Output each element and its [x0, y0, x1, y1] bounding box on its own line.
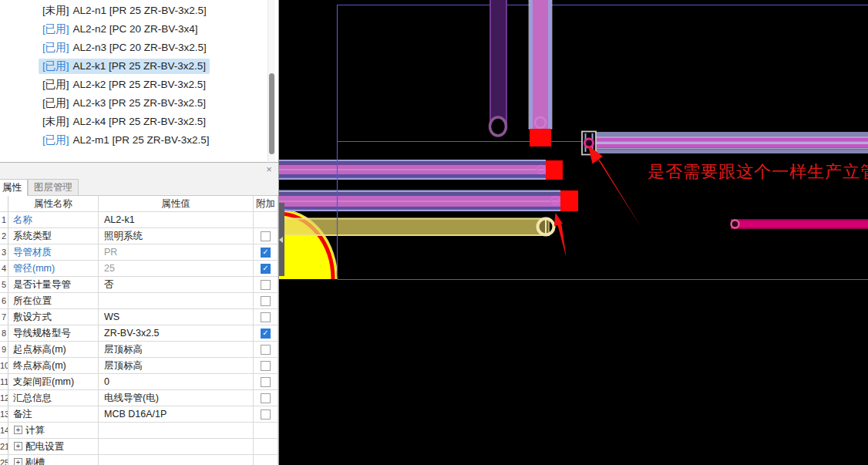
endpoint-marker-a[interactable] — [546, 160, 563, 180]
usage-status-badge: [已用] — [42, 79, 69, 90]
table-row: 11 + 支架间距(mm) 0 — [0, 374, 278, 390]
attach-checkbox[interactable] — [261, 361, 271, 371]
usage-status-badge: [未用] — [42, 116, 69, 127]
conduit-label: AL2-n1 [PR 25 ZR-BV-3x2.5] — [73, 5, 207, 16]
conduit-label: AL2-k1 [PR 25 ZR-BV-3x2.5] — [73, 60, 207, 72]
list-scrollbar-thumb[interactable] — [269, 73, 274, 154]
property-value-cell[interactable]: 0 — [99, 374, 254, 389]
property-name-cell: + 管径(mm) — [8, 261, 99, 276]
property-value-cell[interactable]: 25 — [99, 261, 254, 276]
annotation-arrow-short — [554, 213, 567, 258]
property-value-cell[interactable] — [99, 439, 254, 454]
usage-status-badge: [已用] — [42, 97, 69, 109]
riser-end-ring — [490, 117, 506, 136]
property-value-cell[interactable]: MCB D16A/1P — [99, 406, 254, 422]
list-item[interactable]: [已用]AL2-n2 [PC 20 ZR-BV-3x4] — [0, 20, 278, 39]
conduit-horizontal-b[interactable] — [279, 190, 560, 212]
attach-checkbox[interactable] — [261, 393, 271, 403]
attach-checkbox[interactable] — [261, 296, 271, 306]
conduit-label: AL2-n3 [PC 20 ZR-BV-3x2.5] — [73, 42, 207, 53]
column-header-value: 属性值 — [99, 196, 254, 211]
property-value-cell[interactable]: PR — [99, 244, 254, 260]
property-value-cell[interactable] — [99, 455, 254, 465]
row-number: 3 — [0, 244, 8, 260]
property-name-cell: + 敷设方式 — [8, 309, 99, 325]
riser-dark-purple[interactable] — [490, 0, 507, 136]
property-value-cell[interactable]: 层顶标高 — [99, 342, 254, 357]
property-name-cell: + 汇总信息 — [8, 390, 99, 406]
tab-layer-management[interactable]: 图层管理 — [28, 179, 79, 195]
list-item[interactable]: [未用]AL2-k4 [PR 25 ZR-BV-3x2.5] — [0, 113, 278, 131]
property-value-cell[interactable]: 否 — [99, 277, 254, 292]
property-value-cell[interactable] — [99, 293, 254, 308]
row-number: 4 — [0, 261, 8, 276]
riser-bright[interactable] — [529, 0, 552, 129]
conduit-horizontal-a[interactable] — [279, 160, 546, 180]
tab-properties[interactable]: 属性 — [0, 179, 28, 196]
property-value-cell[interactable]: 电线导管(电) — [99, 390, 254, 406]
usage-status-badge: [已用] — [42, 134, 69, 146]
column-header-name: 属性名称 — [8, 196, 99, 211]
attach-checkbox[interactable] — [261, 377, 271, 387]
cad-drawing — [279, 0, 868, 465]
list-item[interactable]: [已用]AL2-m1 [PR 25 ZR-BV-3x2.5] — [0, 131, 278, 150]
list-item[interactable]: [已用]AL2-n3 [PC 20 ZR-BV-3x2.5] — [0, 39, 278, 57]
list-scrollbar[interactable] — [267, 0, 275, 161]
endpoint-marker-b[interactable] — [560, 190, 578, 211]
property-name-cell: + 系统类型 — [8, 228, 99, 244]
attach-checkbox[interactable] — [261, 280, 271, 290]
list-item[interactable]: [已用]AL2-k3 [PR 25 ZR-BV-3x2.5] — [0, 94, 278, 113]
table-row: 2 + 系统类型 照明系统 — [0, 228, 278, 244]
row-number: 1 — [0, 212, 8, 227]
property-value-cell[interactable] — [99, 423, 254, 438]
conduit-label: AL2-k4 [PR 25 ZR-BV-3x2.5] — [73, 116, 207, 127]
wire-end-ring — [732, 221, 739, 228]
attach-checkbox[interactable] — [261, 409, 271, 420]
wire-magenta[interactable] — [731, 219, 868, 229]
row-number: 9 — [0, 342, 8, 357]
properties-panel: × 属性 图层管理 属性名称 属性值 附加 1 — [0, 163, 278, 465]
close-icon[interactable]: × — [263, 163, 275, 176]
attach-checkbox[interactable] — [261, 248, 271, 258]
conduit-top-right[interactable] — [582, 132, 868, 155]
cad-viewport[interactable]: 是否需要跟这个一样生产立管 — [279, 0, 868, 465]
property-name-cell: + 所在位置 — [8, 293, 99, 308]
row-number: 11 — [0, 374, 8, 389]
attach-checkbox[interactable] — [261, 231, 271, 241]
table-row: 21 + 配电设置 — [0, 439, 278, 455]
property-value-cell[interactable]: AL2-k1 — [99, 212, 254, 227]
property-name-cell: + 导管材质 — [8, 244, 99, 260]
row-number: 12 — [0, 390, 8, 406]
conduit-yellow[interactable] — [279, 219, 554, 236]
table-row: 6 + 所在位置 — [0, 293, 278, 309]
list-item[interactable]: [已用]AL2-k1 [PR 25 ZR-BV-3x2.5] — [0, 57, 278, 76]
list-item[interactable]: [已用]AL2-k2 [PR 25 ZR-BV-3x2.5] — [0, 76, 278, 94]
expand-icon[interactable]: + — [14, 426, 22, 434]
property-name-cell: + 计算 — [8, 423, 99, 438]
expand-icon[interactable]: + — [14, 458, 22, 465]
property-value-cell[interactable]: WS — [99, 309, 254, 325]
attach-checkbox[interactable] — [261, 264, 271, 274]
left-panel: [未用]AL2-n1 [PR 25 ZR-BV-3x2.5] [已用]AL2-n… — [0, 0, 279, 465]
property-name-cell: + 备注 — [8, 406, 99, 422]
endpoint-marker-riser[interactable] — [530, 129, 551, 147]
conduit-label: AL2-k2 [PR 25 ZR-BV-3x2.5] — [73, 79, 207, 90]
table-row: 14 + 计算 — [0, 423, 278, 439]
list-item[interactable]: [未用]AL2-n1 [PR 25 ZR-BV-3x2.5] — [0, 2, 278, 20]
property-value-cell[interactable]: ZR-BV-3x2.5 — [99, 325, 254, 341]
property-name-cell: + 配电设置 — [8, 439, 99, 454]
table-row: 10 + 终点标高(m) 层顶标高 — [0, 358, 278, 374]
panel-collapse-handle[interactable] — [279, 203, 284, 276]
properties-tabs: 属性 图层管理 — [0, 179, 278, 196]
row-number: 2 — [0, 228, 8, 244]
expand-icon[interactable]: + — [14, 442, 22, 450]
usage-status-badge: [已用] — [42, 23, 69, 35]
attach-checkbox[interactable] — [261, 345, 271, 355]
attach-checkbox[interactable] — [261, 312, 271, 322]
table-body: 1 + 名称 AL2-k1 2 — [0, 212, 278, 465]
annotation-arrow-long — [588, 146, 642, 229]
property-value-cell[interactable]: 层顶标高 — [99, 358, 254, 373]
attach-checkbox[interactable] — [261, 329, 271, 339]
row-number: 8 — [0, 325, 8, 341]
property-value-cell[interactable]: 照明系统 — [99, 228, 254, 244]
